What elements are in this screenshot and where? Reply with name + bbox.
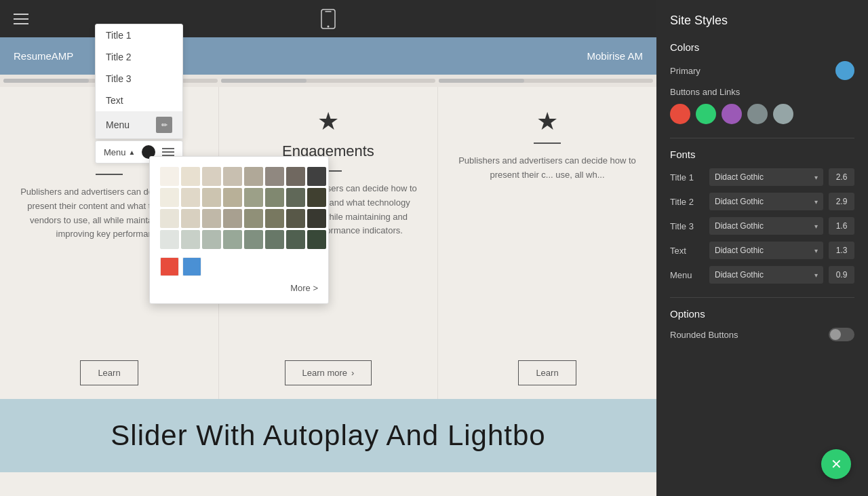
palette-cell[interactable] [265, 188, 284, 207]
font-size-menu: 0.9 [829, 266, 854, 284]
bottom-title: Slider With Autoplay And Lightbo [111, 419, 545, 452]
palette-cell[interactable] [244, 209, 263, 228]
dropdown-title2[interactable]: Title 2 [96, 46, 182, 68]
palette-cell[interactable] [244, 188, 263, 207]
palette-cell[interactable] [202, 188, 221, 207]
card-1-learn-btn[interactable]: Learn [80, 360, 138, 385]
btn-color-green[interactable] [696, 104, 716, 124]
rounded-buttons-row: Rounded Buttons [670, 328, 854, 341]
nav-left-label: ResumeAMP [14, 50, 73, 62]
palette-cell[interactable] [307, 230, 326, 249]
panel-title: Site Styles [670, 14, 854, 28]
card-1-divider [96, 174, 123, 175]
palette-grid [160, 167, 318, 249]
font-select-title3[interactable]: Didact Gothic [709, 217, 823, 235]
palette-cell[interactable] [223, 188, 242, 207]
scrollbar-track-3[interactable] [439, 79, 653, 83]
font-label-title1: Title 1 [670, 172, 704, 183]
font-size-title1: 2.6 [829, 168, 854, 186]
palette-cell[interactable] [160, 230, 179, 249]
primary-color-swatch[interactable] [835, 61, 854, 80]
palette-cell[interactable] [286, 188, 305, 207]
palette-cell[interactable] [223, 167, 242, 186]
dropdown-text[interactable]: Text [96, 90, 182, 111]
palette-cell[interactable] [265, 209, 284, 228]
color-palette-popup: More > [149, 156, 329, 304]
palette-cell[interactable] [307, 188, 326, 207]
card-2-learn-btn[interactable]: Learn more › [285, 360, 372, 385]
palette-cell[interactable] [181, 230, 200, 249]
fonts-section-title: Fonts [670, 149, 854, 160]
font-row-title2: Title 2 Didact Gothic 2.9 [670, 193, 854, 210]
font-label-menu: Menu [670, 270, 704, 280]
menu-bar-label: Menu ▲ [104, 147, 135, 157]
palette-cell[interactable] [181, 188, 200, 207]
font-label-title3: Title 3 [670, 221, 704, 231]
primary-label: Primary [670, 66, 701, 76]
btn-color-gray1[interactable] [747, 104, 768, 124]
scrollbar-track-2[interactable] [221, 79, 435, 83]
dropdown-menu[interactable]: Menu ✏ [96, 111, 182, 138]
font-row-title1: Title 1 Didact Gothic 2.6 [670, 168, 854, 186]
more-colors-link[interactable]: More > [160, 280, 318, 293]
options-section-title: Options [670, 308, 854, 320]
font-size-title2: 2.9 [829, 193, 854, 210]
swatch-blue[interactable] [182, 257, 201, 276]
mobile-preview-icon[interactable] [321, 9, 336, 29]
palette-cell[interactable] [223, 230, 242, 249]
palette-cell[interactable] [223, 209, 242, 228]
svg-point-1 [328, 25, 330, 27]
colors-section-title: Colors [670, 41, 854, 53]
font-select-title1[interactable]: Didact Gothic [709, 168, 823, 186]
palette-cell[interactable] [265, 167, 284, 186]
palette-cell[interactable] [202, 230, 221, 249]
palette-cell[interactable] [286, 230, 305, 249]
dropdown-title1[interactable]: Title 1 [96, 24, 182, 46]
palette-cell[interactable] [307, 209, 326, 228]
font-select-text[interactable]: Didact Gothic [709, 242, 823, 259]
align-lines-icon[interactable] [162, 148, 174, 156]
palette-cell[interactable] [202, 167, 221, 186]
palette-swatches [160, 257, 318, 276]
edit-icon[interactable]: ✏ [156, 117, 172, 133]
dropdown-title3[interactable]: Title 3 [96, 68, 182, 90]
palette-cell[interactable] [286, 167, 305, 186]
rounded-buttons-label: Rounded Buttons [670, 330, 738, 340]
font-row-text: Text Didact Gothic 1.3 [670, 242, 854, 259]
palette-cell[interactable] [160, 209, 179, 228]
btn-color-gray2[interactable] [773, 104, 793, 124]
close-button[interactable]: ✕ [821, 449, 851, 479]
palette-cell[interactable] [181, 167, 200, 186]
font-size-text: 1.3 [829, 242, 854, 259]
card-3: ★ Publishers and advertisers can decide … [438, 87, 656, 399]
options-section: Options Rounded Buttons [670, 308, 854, 341]
primary-color-row: Primary [670, 61, 854, 80]
palette-cell[interactable] [244, 230, 263, 249]
btn-color-red[interactable] [670, 104, 690, 124]
card-3-text: Publishers and advertisers can decide ho… [452, 154, 643, 183]
palette-cell[interactable] [286, 209, 305, 228]
rounded-buttons-toggle[interactable] [829, 328, 854, 341]
hamburger-icon[interactable] [14, 14, 28, 24]
font-select-title2[interactable]: Didact Gothic [709, 193, 823, 210]
palette-cell[interactable] [265, 230, 284, 249]
card-3-learn-btn[interactable]: Learn [518, 360, 576, 385]
font-row-menu: Menu Didact Gothic 0.9 [670, 266, 854, 284]
palette-cell[interactable] [244, 167, 263, 186]
palette-cell[interactable] [160, 167, 179, 186]
font-type-dropdown[interactable]: Title 1 Title 2 Title 3 Text Menu ✏ [95, 24, 183, 139]
font-select-menu[interactable]: Didact Gothic [709, 266, 823, 284]
divider-2 [670, 297, 854, 298]
bottom-section: Slider With Autoplay And Lightbo [0, 399, 656, 472]
palette-cell[interactable] [160, 188, 179, 207]
palette-cell[interactable] [202, 209, 221, 228]
swatch-red[interactable] [160, 257, 179, 276]
card-3-icon: ★ [536, 107, 558, 136]
fonts-section: Fonts Title 1 Didact Gothic 2.6 Title 2 … [670, 149, 854, 284]
btn-color-purple[interactable] [722, 104, 742, 124]
palette-cell[interactable] [181, 209, 200, 228]
palette-cell[interactable] [307, 167, 326, 186]
color-circles-row [670, 104, 854, 124]
buttons-links-label: Buttons and Links [670, 87, 854, 97]
card-2-icon: ★ [317, 107, 339, 136]
